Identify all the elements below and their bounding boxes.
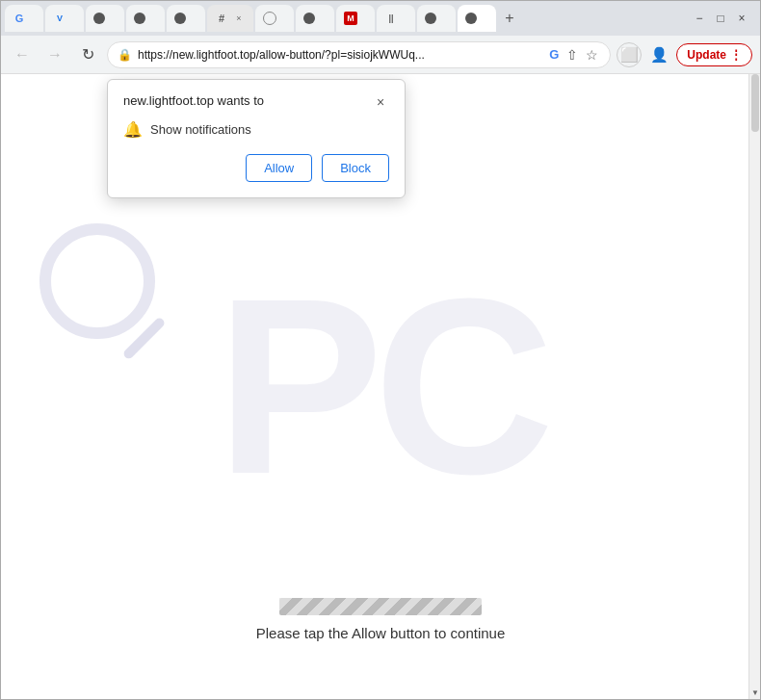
popup-notification-row: 🔔 Show notifications xyxy=(123,120,389,139)
page-content: PC Please tap the Allow button to contin… xyxy=(1,74,760,699)
bookmark-icon[interactable]: ☆ xyxy=(584,45,600,65)
block-button[interactable]: Block xyxy=(322,154,389,182)
tab-hash-close[interactable]: × xyxy=(232,12,246,25)
tab-m[interactable]: M xyxy=(336,5,375,32)
tab-4-favicon xyxy=(134,13,145,24)
allow-button[interactable]: Allow xyxy=(246,154,312,182)
tab-m-favicon: M xyxy=(344,12,357,25)
tab-10[interactable] xyxy=(417,5,456,32)
google-icon[interactable]: G xyxy=(547,45,561,64)
lock-icon: 🔒 xyxy=(118,48,132,62)
bottom-text: Please tap the Allow button to continue xyxy=(256,625,506,641)
update-chevron: ⋮ xyxy=(730,48,742,62)
tab-active-favicon xyxy=(465,13,477,24)
magnifier-circle xyxy=(39,223,155,339)
watermark-text: PC xyxy=(216,243,544,531)
progress-bar xyxy=(279,598,482,615)
share-icon[interactable]: ⇧ xyxy=(564,45,580,65)
scrollbar-thumb[interactable] xyxy=(751,74,759,132)
update-button[interactable]: Update ⋮ xyxy=(676,43,752,66)
tab-10-favicon xyxy=(425,13,436,24)
tab-active[interactable] xyxy=(458,5,496,32)
forward-button[interactable]: → xyxy=(41,41,68,68)
address-bar-row: ← → ↻ 🔒 https://new.lightfoot.top/allow-… xyxy=(1,36,760,74)
tab-7[interactable] xyxy=(296,5,334,32)
tab-9[interactable]: || xyxy=(377,5,415,32)
update-label: Update xyxy=(687,48,726,62)
minimize-button[interactable]: − xyxy=(693,12,706,25)
tab-3-favicon xyxy=(93,13,105,24)
magnifier-handle xyxy=(122,316,167,360)
profile-extension-button[interactable]: ⬜ xyxy=(617,42,642,67)
tab-2[interactable]: V xyxy=(45,5,84,32)
close-button[interactable]: × xyxy=(735,12,748,25)
tab-9-favicon: || xyxy=(384,12,398,25)
tab-hash[interactable]: # × xyxy=(207,5,253,32)
tab-5-favicon xyxy=(174,13,186,24)
bottom-content: Please tap the Allow button to continue xyxy=(1,598,760,641)
profile-button[interactable]: 👤 xyxy=(645,41,672,68)
tab-5[interactable] xyxy=(167,5,205,32)
tab-4[interactable] xyxy=(126,5,165,32)
notification-label: Show notifications xyxy=(150,122,251,137)
address-box[interactable]: 🔒 https://new.lightfoot.top/allow-button… xyxy=(107,41,611,68)
url-text: https://new.lightfoot.top/allow-button/?… xyxy=(138,48,541,62)
tab-ext-favicon xyxy=(263,12,276,25)
back-button[interactable]: ← xyxy=(9,41,36,68)
tab-1-favicon: G xyxy=(13,12,26,25)
scrollbar[interactable]: ▲ ▼ xyxy=(748,74,760,699)
tab-1[interactable]: G xyxy=(5,5,43,32)
reload-button[interactable]: ↻ xyxy=(74,41,101,68)
maximize-button[interactable]: □ xyxy=(714,12,727,25)
scrollbar-down-arrow[interactable]: ▼ xyxy=(749,686,760,699)
new-tab-button[interactable]: + xyxy=(498,7,521,30)
popup-header: new.lightfoot.top wants to × xyxy=(123,93,389,111)
address-icons: G ⇧ ☆ xyxy=(547,45,600,65)
browser-frame: G V # × M || xyxy=(0,0,761,700)
bell-icon: 🔔 xyxy=(123,120,143,139)
magnifier-icon xyxy=(39,223,189,373)
window-controls: − □ × xyxy=(693,12,756,25)
tab-7-favicon xyxy=(303,13,315,24)
tab-3[interactable] xyxy=(86,5,124,32)
popup-close-button[interactable]: × xyxy=(372,93,389,111)
tab-2-favicon: V xyxy=(53,12,66,25)
toolbar-right: ⬜ 👤 Update ⋮ xyxy=(617,41,752,68)
tab-ext[interactable] xyxy=(255,5,294,32)
tab-bar: G V # × M || xyxy=(1,1,760,36)
popup-title: new.lightfoot.top wants to xyxy=(123,93,264,108)
tab-hash-favicon: # xyxy=(215,12,228,25)
notification-popup: new.lightfoot.top wants to × 🔔 Show noti… xyxy=(107,79,406,198)
popup-buttons: Allow Block xyxy=(123,154,389,182)
